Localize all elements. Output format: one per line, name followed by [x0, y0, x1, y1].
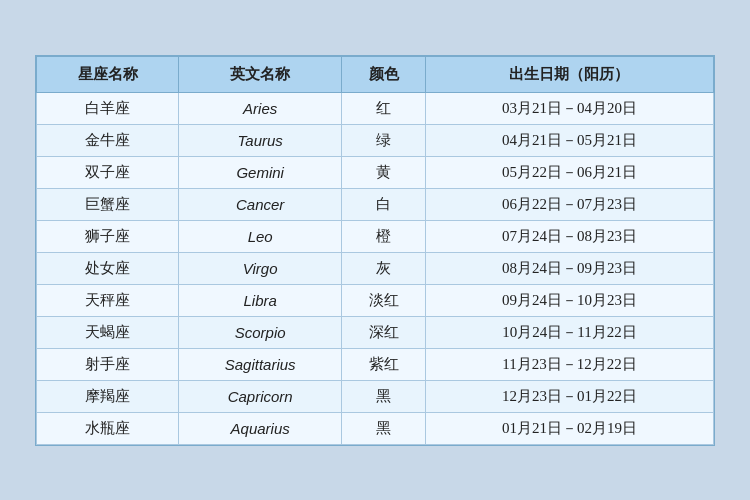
table-row: 天蝎座Scorpio深红10月24日－11月22日	[37, 316, 714, 348]
cell-chinese-name: 巨蟹座	[37, 188, 179, 220]
cell-chinese-name: 白羊座	[37, 92, 179, 124]
table-row: 水瓶座Aquarius黑01月21日－02月19日	[37, 412, 714, 444]
cell-english-name: Scorpio	[179, 316, 342, 348]
cell-color: 深红	[342, 316, 426, 348]
cell-chinese-name: 水瓶座	[37, 412, 179, 444]
cell-chinese-name: 双子座	[37, 156, 179, 188]
table-row: 处女座Virgo灰08月24日－09月23日	[37, 252, 714, 284]
cell-chinese-name: 天秤座	[37, 284, 179, 316]
cell-chinese-name: 狮子座	[37, 220, 179, 252]
cell-color: 紫红	[342, 348, 426, 380]
table-row: 白羊座Aries红03月21日－04月20日	[37, 92, 714, 124]
cell-english-name: Libra	[179, 284, 342, 316]
cell-chinese-name: 金牛座	[37, 124, 179, 156]
table-row: 天秤座Libra淡红09月24日－10月23日	[37, 284, 714, 316]
cell-english-name: Capricorn	[179, 380, 342, 412]
cell-color: 黑	[342, 412, 426, 444]
cell-english-name: Sagittarius	[179, 348, 342, 380]
cell-english-name: Aries	[179, 92, 342, 124]
header-color: 颜色	[342, 56, 426, 92]
cell-english-name: Gemini	[179, 156, 342, 188]
table-row: 巨蟹座Cancer白06月22日－07月23日	[37, 188, 714, 220]
cell-english-name: Virgo	[179, 252, 342, 284]
header-dates: 出生日期（阳历）	[425, 56, 713, 92]
table-row: 射手座Sagittarius紫红11月23日－12月22日	[37, 348, 714, 380]
header-chinese-name: 星座名称	[37, 56, 179, 92]
cell-dates: 04月21日－05月21日	[425, 124, 713, 156]
cell-dates: 07月24日－08月23日	[425, 220, 713, 252]
table-header-row: 星座名称 英文名称 颜色 出生日期（阳历）	[37, 56, 714, 92]
cell-chinese-name: 摩羯座	[37, 380, 179, 412]
cell-color: 淡红	[342, 284, 426, 316]
zodiac-table: 星座名称 英文名称 颜色 出生日期（阳历） 白羊座Aries红03月21日－04…	[36, 56, 714, 445]
cell-dates: 12月23日－01月22日	[425, 380, 713, 412]
header-english-name: 英文名称	[179, 56, 342, 92]
cell-dates: 10月24日－11月22日	[425, 316, 713, 348]
cell-dates: 06月22日－07月23日	[425, 188, 713, 220]
cell-english-name: Aquarius	[179, 412, 342, 444]
cell-dates: 09月24日－10月23日	[425, 284, 713, 316]
table-row: 金牛座Taurus绿04月21日－05月21日	[37, 124, 714, 156]
table-row: 狮子座Leo橙07月24日－08月23日	[37, 220, 714, 252]
cell-color: 黑	[342, 380, 426, 412]
table-row: 双子座Gemini黄05月22日－06月21日	[37, 156, 714, 188]
cell-english-name: Taurus	[179, 124, 342, 156]
table-body: 白羊座Aries红03月21日－04月20日金牛座Taurus绿04月21日－0…	[37, 92, 714, 444]
cell-color: 白	[342, 188, 426, 220]
cell-dates: 03月21日－04月20日	[425, 92, 713, 124]
cell-english-name: Leo	[179, 220, 342, 252]
cell-dates: 08月24日－09月23日	[425, 252, 713, 284]
cell-dates: 05月22日－06月21日	[425, 156, 713, 188]
cell-color: 橙	[342, 220, 426, 252]
table-row: 摩羯座Capricorn黑12月23日－01月22日	[37, 380, 714, 412]
cell-chinese-name: 射手座	[37, 348, 179, 380]
cell-color: 红	[342, 92, 426, 124]
cell-color: 灰	[342, 252, 426, 284]
cell-color: 绿	[342, 124, 426, 156]
cell-english-name: Cancer	[179, 188, 342, 220]
zodiac-table-container: 星座名称 英文名称 颜色 出生日期（阳历） 白羊座Aries红03月21日－04…	[35, 55, 715, 446]
cell-dates: 01月21日－02月19日	[425, 412, 713, 444]
cell-dates: 11月23日－12月22日	[425, 348, 713, 380]
cell-chinese-name: 天蝎座	[37, 316, 179, 348]
cell-chinese-name: 处女座	[37, 252, 179, 284]
cell-color: 黄	[342, 156, 426, 188]
